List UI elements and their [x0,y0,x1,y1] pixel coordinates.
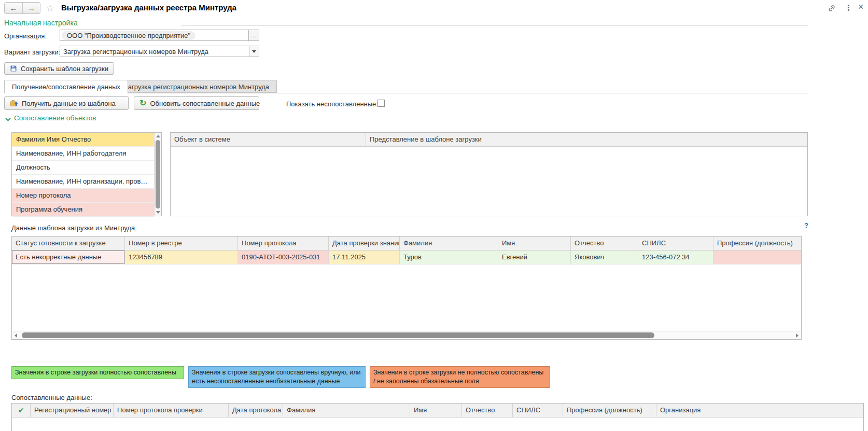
save-template-label: Сохранить шаблон загрузки [21,65,108,73]
load-variant-combobox[interactable]: Загрузка регистрационных номеров Минтруд… [60,46,259,57]
registry-number-cell[interactable]: 123456789 [125,251,238,265]
column-header[interactable]: Имя [410,404,462,417]
column-header[interactable]: Номер протокола проверки [114,404,229,417]
scroll-up-icon[interactable] [156,135,160,137]
favorite-star-icon[interactable]: ☆ [46,2,54,14]
scrollbar-thumb[interactable] [156,140,160,208]
template-data-table: Статус готовности к загрузке Номер в рее… [11,236,802,340]
floppy-disk-icon [10,65,17,72]
list-item[interactable]: Программа обучения [12,203,154,217]
organization-field[interactable]: ООО "Производственное предприятие" [60,30,249,41]
open-template-icon [10,99,18,107]
matched-data-label: Сопоставленные данные: [11,394,92,401]
show-unmatched-checkbox[interactable] [377,100,385,107]
list-item[interactable]: Номер протокола [12,189,154,203]
history-nav: ← → [4,2,40,14]
scroll-down-icon[interactable] [156,211,160,214]
column-header[interactable]: Номер в реестре [125,237,238,250]
status-cell[interactable]: Есть некорректные данные [12,251,125,265]
initial-settings-group-title[interactable]: Начальная настройка [4,19,78,27]
matched-data-table: ✔ Регистрационный номер Номер протокола … [11,403,864,431]
column-header[interactable]: Профессия (должность) [713,237,801,250]
get-data-button[interactable]: Получить данные из шаблона [4,96,129,110]
close-icon[interactable]: × [858,2,864,12]
check-icon: ✔ [18,406,24,414]
legend-manually-matched: Значения в строке загрузки сопоставлены … [188,366,366,388]
column-header[interactable]: Фамилия [283,404,410,417]
scroll-left-icon[interactable] [15,333,17,338]
column-header[interactable]: Представление в шаблоне загрузки [366,133,807,146]
column-header[interactable]: Имя [498,237,571,250]
column-header[interactable]: Организация [656,404,863,417]
vertical-scrollbar[interactable] [154,133,161,216]
app-window: ← → ☆ Выгрузка/загрузка данных реестра М… [0,0,868,431]
horizontal-scrollbar[interactable] [12,331,801,339]
column-header[interactable]: Статус готовности к загрузке [12,237,125,250]
load-variant-value: Загрузка регистрационных номеров Минтруд… [60,48,208,55]
column-header[interactable]: Номер протокола [238,237,329,250]
chevron-down-icon[interactable] [5,118,11,121]
last-name-cell[interactable]: Туров [400,251,498,265]
legend-matched: Значения в строке загрузки полностью соп… [11,366,184,379]
tab-get-match-data[interactable]: Получение/сопоставление данных [4,80,128,93]
refresh-matched-button[interactable]: ↻ Обновить сопоставленные данные [134,96,259,110]
refresh-icon: ↻ [139,99,146,107]
help-icon[interactable]: ? [804,221,808,229]
mapping-object-list: Фамилия Имя Отчество Наименование, ИНН р… [11,132,162,216]
profession-cell[interactable] [713,251,801,265]
column-header[interactable]: Отчество [571,237,638,250]
mapping-table-header: Объект в системе Представление в шаблоне… [171,133,807,147]
column-header[interactable]: Фамилия [400,237,498,250]
link-icon[interactable] [828,4,836,12]
get-data-label: Получить данные из шаблона [22,100,116,107]
first-name-cell[interactable]: Евгений [498,251,571,265]
save-template-button[interactable]: Сохранить шаблон загрузки [4,62,114,75]
column-header[interactable]: Профессия (должность) [563,404,656,417]
group-separator-line [181,25,808,26]
mapping-table: Объект в системе Представление в шаблоне… [170,132,808,216]
column-header[interactable]: Дата проверки знаний [329,237,400,250]
column-header[interactable]: Отчество [462,404,513,417]
mapping-group-title[interactable]: Сопоставление объектов [14,114,96,122]
forward-icon: → [27,4,35,12]
template-table-header: Статус готовности к загрузке Номер в рее… [12,237,801,251]
scrollbar-thumb[interactable] [22,332,654,338]
chevron-down-icon [252,50,256,53]
legend-not-matched: Значения в строке загрузки не полностью … [370,366,550,388]
snils-cell[interactable]: 123-456-072 34 [638,251,713,265]
list-item[interactable]: Должность [12,161,154,175]
load-variant-label: Вариант загрузки: [4,48,60,56]
column-header[interactable]: Дата протокола [229,404,283,417]
page-title: Выгрузка/загрузка данных реестра Минтруд… [61,3,236,12]
protocol-number-cell[interactable]: 0190-АТОТ-003-2025-031 [238,251,329,265]
template-data-label: Данные шаблона загрузки из Минтруда: [11,224,137,232]
list-item[interactable]: Наименование, ИНН работодателя [12,147,154,161]
forward-button[interactable]: → [22,3,40,13]
scroll-right-icon[interactable] [796,333,799,338]
back-button[interactable]: ← [5,3,22,13]
load-variant-dropdown-button[interactable] [249,46,259,57]
table-row[interactable]: Есть некорректные данные 123456789 0190-… [12,251,801,265]
middle-name-cell[interactable]: Яковович [571,251,638,265]
column-header[interactable]: Объект в системе [171,133,366,146]
back-icon: ← [10,4,18,12]
tab-load-registration-numbers[interactable]: Загрузка регистрационных номеров Минтруд… [116,80,277,93]
organization-select-button[interactable]: ... [248,30,259,41]
organization-value: ООО "Производственное предприятие" [62,31,195,40]
more-menu-icon[interactable]: ⋮ [845,3,852,12]
check-column-header[interactable]: ✔ [12,404,31,417]
column-header[interactable]: Регистрационный номер [31,404,114,417]
column-header[interactable]: СНИЛС [638,237,713,250]
organization-label: Организация: [4,32,47,40]
list-item[interactable]: Наименование, ИНН организации, провод... [12,175,154,189]
show-unmatched-label: Показать несопоставленные: [286,100,378,108]
matched-table-header: ✔ Регистрационный номер Номер протокола … [12,404,863,418]
check-date-cell[interactable]: 17.11.2025 [329,251,400,265]
list-item[interactable]: Фамилия Имя Отчество [12,133,154,147]
refresh-matched-label: Обновить сопоставленные данные [150,100,260,107]
column-header[interactable]: СНИЛС [513,404,563,417]
